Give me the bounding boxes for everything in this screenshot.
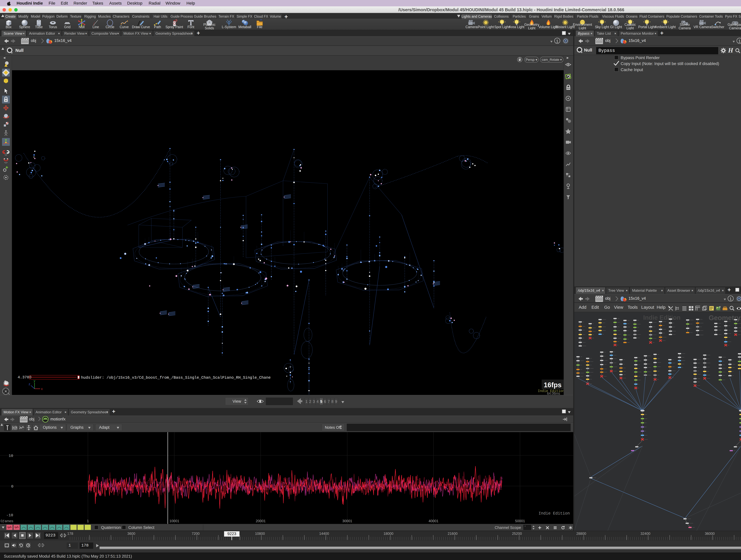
svg-text:10001: 10001 [170, 519, 179, 523]
svg-text:0: 0 [11, 484, 13, 489]
svg-text:H: H [728, 47, 733, 54]
svg-text:hudslider: /obj/15x16_v3/Cd_bo: hudslider: /obj/15x16_v3/Cd_boost_from_/… [81, 375, 271, 380]
svg-text:z: z [28, 382, 30, 386]
svg-text:0ƒames: 0ƒames [1, 519, 13, 523]
svg-text:30001: 30001 [342, 519, 352, 523]
svg-text:64.06ms: 64.06ms [547, 392, 560, 395]
svg-text:50001: 50001 [515, 519, 525, 523]
svg-text:y: y [33, 379, 35, 383]
svg-text:20001: 20001 [256, 519, 266, 523]
svg-text:10: 10 [9, 453, 13, 458]
svg-text:40001: 40001 [428, 519, 439, 523]
svg-text:1: 1 [87, 519, 89, 523]
svg-text:Indie Edition: Indie Edition [539, 511, 570, 516]
svg-text:-10: -10 [6, 513, 13, 517]
svg-text:16fps: 16fps [544, 381, 561, 389]
svg-text:x: x [41, 387, 43, 391]
